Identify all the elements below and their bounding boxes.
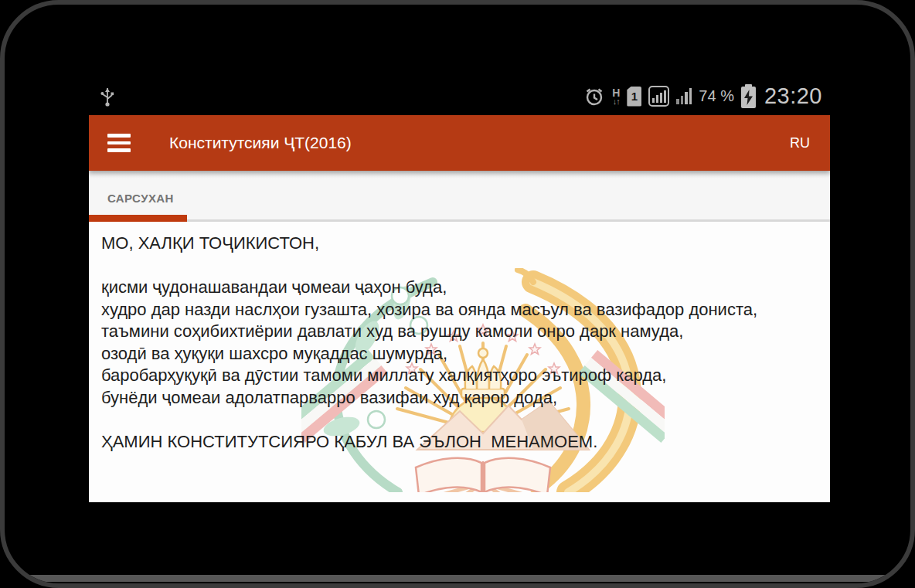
app-bar: Конститутсияи ҶТ(2016) RU — [89, 115, 830, 171]
tab-bar-divider — [89, 219, 830, 222]
preamble-line: бунёди ҷомеаи адолатпарварро вазифаи худ… — [101, 387, 818, 410]
battery-percent-label: 74 % — [699, 87, 734, 105]
hspa-network-icon: H ↓↑ — [612, 87, 620, 106]
preamble-line: озодӣ ва ҳуқуқи шахсро муқаддас шумурда, — [101, 343, 818, 365]
signal-strength-icon — [676, 88, 692, 104]
preamble-line: таъмини соҳибихтиёрии давлати худ ва руш… — [101, 321, 818, 343]
signal-strength-boxed-icon — [648, 86, 669, 107]
usb-icon — [100, 85, 115, 108]
preamble-text: МО, ХАЛҚИ ТОҶИКИСТОН, қисми ҷудонашаванд… — [101, 233, 818, 453]
device-bottom-edge — [22, 575, 893, 582]
alarm-icon — [583, 86, 605, 107]
sim-card-icon: 1 — [627, 87, 641, 107]
preamble-closing: ҲАМИН КОНСТИТУТСИЯРО ҚАБУЛ ВА ЭЪЛОН МЕНА… — [101, 431, 818, 454]
tablet-device-frame: H ↓↑ 1 74 % — [0, 0, 915, 588]
tab-label: САРСУХАН — [107, 192, 174, 205]
battery-charging-icon — [741, 87, 756, 108]
preamble-opening: МО, ХАЛҚИ ТОҶИКИСТОН, — [101, 233, 818, 255]
preamble-line: қисми ҷудонашавандаи ҷомеаи ҷаҳон буда, — [101, 277, 818, 299]
language-button[interactable]: RU — [788, 131, 811, 156]
clock-time: 23:20 — [764, 83, 822, 109]
preamble-line: баробарҳуқуқӣ ва дӯстии тамоми миллату х… — [101, 365, 818, 387]
screen: H ↓↑ 1 74 % — [89, 77, 830, 502]
active-tab-indicator — [89, 215, 187, 222]
hamburger-menu-icon[interactable] — [107, 134, 131, 152]
tab-bar: САРСУХАН — [89, 171, 830, 222]
content-scroll-area[interactable]: МО, ХАЛҚИ ТОҶИКИСТОН, қисми ҷудонашаванд… — [89, 222, 830, 502]
data-arrows-icon: ↓↑ — [613, 97, 620, 106]
page-title: Конститутсияи ҶТ(2016) — [169, 134, 352, 152]
sim-number: 1 — [631, 90, 638, 103]
preamble-line: худро дар назди наслҳои гузашта, ҳозира … — [101, 299, 818, 321]
status-bar[interactable]: H ↓↑ 1 74 % — [89, 77, 830, 115]
